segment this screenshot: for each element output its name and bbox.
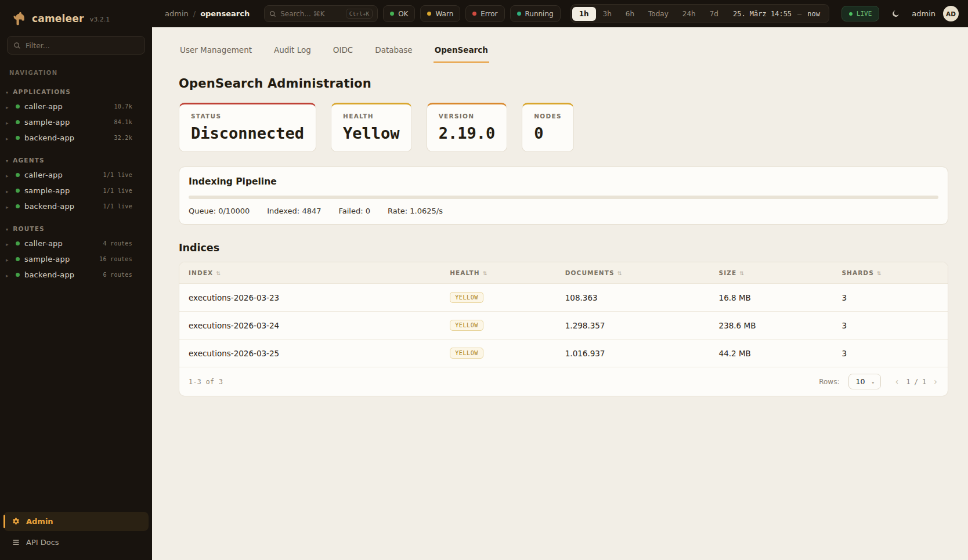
search-placeholder: Search... ⌘K bbox=[280, 10, 324, 18]
table-row[interactable]: executions-2026-03-23 YELLOW 108.363 16.… bbox=[179, 284, 948, 312]
sidebar-item-badge: 4 routes bbox=[103, 240, 132, 247]
cell-documents: 1.298.357 bbox=[556, 312, 710, 339]
column-header-label: DOCUMENTS bbox=[565, 269, 615, 276]
table-row[interactable]: executions-2026-03-25 YELLOW 1.016.937 4… bbox=[179, 339, 948, 367]
stat-card: STATUS Disconnected bbox=[179, 103, 316, 152]
sidebar-item[interactable]: caller-app 1/1 live bbox=[0, 167, 152, 183]
sidebar-item[interactable]: caller-app 10.7k bbox=[0, 99, 152, 114]
time-range-button[interactable]: Today bbox=[641, 7, 676, 21]
search-input[interactable]: Search... ⌘K Ctrl+K bbox=[264, 5, 378, 22]
tab[interactable]: OpenSearch bbox=[434, 42, 489, 63]
rows-per-page-select[interactable]: 10 bbox=[848, 374, 881, 389]
cell-index: executions-2026-03-24 bbox=[179, 312, 440, 339]
status-dot bbox=[16, 204, 20, 208]
column-header[interactable]: SIZE bbox=[710, 262, 833, 284]
column-header[interactable]: DOCUMENTS bbox=[556, 262, 710, 284]
logo[interactable]: cameleer v3.2.1 bbox=[0, 0, 152, 35]
nav-section: APPLICATIONS caller-app 10.7k sample-app bbox=[0, 81, 152, 146]
cell-documents: 108.363 bbox=[556, 284, 710, 312]
sidebar-item-api-docs[interactable]: API Docs bbox=[3, 533, 149, 552]
tab[interactable]: OIDC bbox=[332, 42, 354, 63]
cell-index: executions-2026-03-23 bbox=[179, 284, 440, 312]
status-filter-pill[interactable]: Warn bbox=[420, 5, 460, 22]
sidebar-item-label: backend-app bbox=[24, 133, 109, 142]
live-toggle[interactable]: LIVE bbox=[841, 6, 880, 21]
breadcrumb-parent[interactable]: admin bbox=[165, 9, 189, 18]
status-filter-label: Running bbox=[525, 10, 554, 18]
sidebar-item[interactable]: sample-app 16 routes bbox=[0, 251, 152, 267]
breadcrumb: admin / opensearch bbox=[165, 9, 250, 18]
column-header[interactable]: INDEX bbox=[179, 262, 440, 284]
rows-per-page-label: Rows: bbox=[819, 378, 839, 386]
time-range-end: now bbox=[807, 10, 820, 18]
cell-shards: 3 bbox=[832, 284, 948, 312]
status-dot bbox=[16, 104, 20, 109]
column-header-label: SHARDS bbox=[841, 269, 873, 276]
nav-section-header[interactable]: ROUTES bbox=[0, 218, 152, 236]
search-icon bbox=[13, 42, 21, 49]
main-content: User Management Audit Log OIDC Database … bbox=[152, 27, 968, 560]
column-header-label: INDEX bbox=[189, 269, 213, 276]
status-filter-label: OK bbox=[398, 10, 408, 18]
stat-card-row: STATUS Disconnected HEALTH Yellow VERSIO… bbox=[179, 103, 948, 152]
search-icon bbox=[269, 10, 276, 17]
nav-section-header[interactable]: APPLICATIONS bbox=[0, 81, 152, 99]
pagination: ‹ 1 / 1 › bbox=[894, 377, 938, 387]
live-label: LIVE bbox=[857, 10, 872, 17]
status-filter-pill[interactable]: Error bbox=[465, 5, 504, 22]
time-range-group: 1h 3h 6h Today 24h 7d 25. März 14:55 — n… bbox=[570, 4, 829, 23]
time-range-button[interactable]: 24h bbox=[676, 7, 703, 21]
chevron-down-icon bbox=[6, 88, 9, 95]
health-badge: YELLOW bbox=[450, 320, 483, 331]
time-range-separator: — bbox=[797, 10, 801, 18]
column-header-label: SIZE bbox=[719, 269, 737, 276]
health-badge: YELLOW bbox=[450, 292, 483, 303]
time-range-button[interactable]: 3h bbox=[596, 7, 619, 21]
app-root: cameleer v3.2.1 Filter... NAVIGATION APP… bbox=[0, 0, 968, 560]
avatar[interactable]: AD bbox=[943, 6, 959, 21]
sidebar-item-badge: 10.7k bbox=[114, 103, 132, 110]
table-footer: 1-3 of 3 Rows: 10 ‹ 1 / 1 › bbox=[179, 367, 948, 396]
stat-card-value: 0 bbox=[534, 124, 562, 142]
sort-icon bbox=[736, 269, 745, 276]
sidebar-item[interactable]: backend-app 1/1 live bbox=[0, 198, 152, 214]
time-range-button[interactable]: 6h bbox=[619, 7, 641, 21]
next-page-button[interactable]: › bbox=[933, 377, 938, 387]
main-column: admin / opensearch Search... ⌘K Ctrl+K O… bbox=[152, 0, 968, 560]
tab[interactable]: User Management bbox=[179, 42, 253, 63]
tab[interactable]: Database bbox=[374, 42, 413, 63]
filter-input[interactable]: Filter... bbox=[7, 36, 145, 55]
nav-section: ROUTES caller-app 4 routes sample-app 16 bbox=[0, 218, 152, 283]
breadcrumb-separator: / bbox=[193, 9, 196, 18]
sidebar-item[interactable]: backend-app 6 routes bbox=[0, 267, 152, 283]
nav-section-header[interactable]: AGENTS bbox=[0, 149, 152, 167]
previous-page-button[interactable]: ‹ bbox=[894, 377, 900, 387]
chevron-down-icon bbox=[872, 377, 874, 386]
time-range-button[interactable]: 1h bbox=[572, 7, 596, 21]
status-filter-pill[interactable]: Running bbox=[510, 5, 561, 22]
sidebar-item[interactable]: backend-app 32.2k bbox=[0, 130, 152, 146]
sidebar-item-badge: 32.2k bbox=[114, 135, 132, 141]
app-version: v3.2.1 bbox=[90, 16, 110, 23]
page-title: OpenSearch Administration bbox=[179, 77, 948, 91]
sidebar-item-badge: 1/1 live bbox=[103, 203, 132, 209]
column-header[interactable]: HEALTH bbox=[440, 262, 556, 284]
sidebar-item[interactable]: sample-app 84.1k bbox=[0, 114, 152, 130]
column-header[interactable]: SHARDS bbox=[832, 262, 948, 284]
chevron-right-icon bbox=[6, 255, 11, 263]
sidebar-item-badge: 1/1 live bbox=[103, 187, 132, 194]
table-row[interactable]: executions-2026-03-24 YELLOW 1.298.357 2… bbox=[179, 312, 948, 339]
chevron-right-icon bbox=[6, 133, 11, 142]
indices-table-card: INDEX HEALTH DOCUMENTS SIZE SHARDS bbox=[179, 262, 948, 396]
rows-per-page-value: 10 bbox=[855, 377, 865, 386]
pipeline-stat: Queue: 0/10000 bbox=[189, 207, 250, 215]
status-filter-pill[interactable]: OK bbox=[383, 5, 415, 22]
sidebar-item[interactable]: caller-app 4 routes bbox=[0, 236, 152, 251]
cell-shards: 3 bbox=[832, 312, 948, 339]
sidebar-item-admin[interactable]: Admin bbox=[3, 512, 149, 531]
dark-mode-toggle[interactable] bbox=[887, 5, 904, 23]
sidebar-item-label: sample-app bbox=[24, 255, 95, 263]
time-range-button[interactable]: 7d bbox=[703, 7, 725, 21]
tab[interactable]: Audit Log bbox=[273, 42, 312, 63]
sidebar-item[interactable]: sample-app 1/1 live bbox=[0, 183, 152, 198]
